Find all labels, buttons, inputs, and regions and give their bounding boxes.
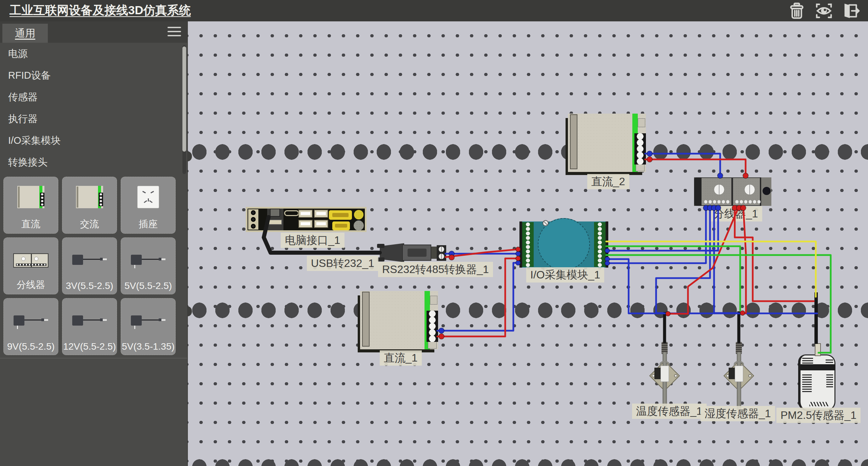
view-button[interactable]	[814, 1, 834, 21]
socket-thumbnail	[137, 186, 159, 208]
sidebar-item-power[interactable]: 电源	[0, 43, 187, 64]
palette-item-label: 插座	[121, 218, 175, 231]
device-pm25-sensor-1[interactable]	[798, 354, 835, 411]
exit-icon	[842, 2, 860, 20]
sidebar-divider	[0, 358, 187, 358]
device-splitter-1[interactable]	[694, 177, 771, 206]
menu-toggle-icon[interactable]	[167, 27, 181, 38]
device-dc-power-1[interactable]	[360, 291, 438, 349]
sidebar-tabstrip: 通用	[0, 21, 187, 43]
device-io-module-1[interactable]	[519, 221, 608, 268]
device-label: 直流_1	[380, 350, 422, 366]
dc-power-thumbnail	[17, 186, 44, 208]
trash-icon	[788, 2, 806, 20]
device-pc-interface-1[interactable]	[246, 207, 367, 232]
adapter-thumbnail	[130, 252, 167, 271]
device-label: I/O采集模块_1	[526, 267, 604, 283]
adapter-thumbnail	[12, 313, 50, 332]
sidebar-item-actuators[interactable]: 执行器	[0, 108, 187, 130]
palette-item-label: 12V(5.5-2.5)	[62, 341, 117, 352]
device-label: 直流_2	[587, 174, 629, 189]
ac-power-thumbnail	[76, 186, 103, 208]
palette-item-label: 分线器	[4, 278, 58, 291]
sidebar-scrollbar[interactable]	[182, 45, 186, 174]
eye-icon	[815, 2, 833, 20]
palette-item-dc[interactable]: 直流	[3, 177, 58, 234]
palette-item-socket[interactable]: 插座	[121, 177, 176, 234]
exit-button[interactable]	[841, 1, 861, 21]
device-rs232-rs485-converter-1[interactable]	[380, 243, 446, 262]
sidebar-item-adapters[interactable]: 转换接头	[0, 151, 187, 173]
palette-item-12v[interactable]: 12V(5.5-2.5)	[62, 298, 117, 355]
adapter-thumbnail	[71, 313, 108, 332]
app-title: 工业互联网设备及接线3D仿真系统	[9, 0, 191, 21]
device-label: 电脑接口_1	[281, 233, 344, 248]
simulation-canvas[interactable]: 直流_2 分线器_1 电脑接口_1 USB转232_1 RS232转485转换器…	[187, 21, 868, 466]
palette-item-label: 直流	[4, 218, 58, 231]
palette-item-label: 9V(5.5-2.5)	[4, 341, 58, 352]
wires-green[interactable]	[606, 246, 831, 353]
device-dc-power-2[interactable]	[568, 114, 646, 172]
device-humidity-sensor-1[interactable]	[721, 342, 756, 413]
palette-item-label: 5V(5.5-2.5)	[121, 280, 175, 291]
device-label: 湿度传感器_1	[701, 406, 775, 421]
palette-item-label: 3V(5.5-2.5)	[62, 280, 117, 291]
device-label: 温度传感器_1	[632, 404, 707, 419]
toolbar	[787, 1, 861, 21]
adapter-thumbnail	[130, 313, 167, 332]
app-window: 工业互联网设备及接线3D仿真系统	[0, 0, 868, 466]
palette-item-label: 5V(3.5-1.35)	[121, 341, 175, 352]
title-bar: 工业互联网设备及接线3D仿真系统	[0, 0, 868, 21]
palette-item-5v-2[interactable]: 5V(3.5-1.35)	[121, 298, 176, 355]
device-label: RS232转485转换器_1	[378, 262, 493, 277]
palette-item-9v[interactable]: 9V(5.5-2.5)	[3, 298, 58, 355]
sidebar-item-io-modules[interactable]: I/O采集模块	[0, 130, 187, 151]
palette-item-ac[interactable]: 交流	[62, 177, 117, 234]
device-label: USB转232_1	[307, 256, 378, 271]
sidebar: 通用 电源 RFID设备 传感器 执行器 I/O采集模块 转换接头 直流 交流	[0, 21, 187, 466]
wires-yellow[interactable]	[606, 241, 816, 297]
palette-item-5v[interactable]: 5V(5.5-2.5)	[121, 237, 176, 294]
tab-general-label: 通用	[15, 26, 35, 40]
adapter-thumbnail	[71, 252, 108, 271]
pegboard-hole-row	[188, 459, 868, 466]
device-temperature-sensor-1[interactable]	[647, 342, 682, 413]
splitter-thumbnail	[13, 253, 48, 268]
sidebar-menu: 电源 RFID设备 传感器 执行器 I/O采集模块 转换接头	[0, 43, 187, 173]
sidebar-item-sensors[interactable]: 传感器	[0, 86, 187, 108]
pegboard-hole-row	[188, 302, 868, 318]
device-palette: 直流 交流 插座 分线器 3V(5.5-2.5) 5V(5.5-2.5)	[3, 177, 184, 355]
sidebar-item-rfid[interactable]: RFID设备	[0, 64, 187, 86]
scrollbar-thumb[interactable]	[182, 46, 186, 152]
palette-item-3v[interactable]: 3V(5.5-2.5)	[62, 237, 117, 294]
tab-general[interactable]: 通用	[2, 24, 48, 43]
palette-item-splitter[interactable]: 分线器	[3, 237, 58, 294]
pegboard-hole-row	[188, 144, 868, 160]
device-label: PM2.5传感器_1	[776, 408, 861, 423]
delete-button[interactable]	[787, 1, 807, 21]
device-label: 分线器_1	[709, 206, 762, 221]
palette-item-label: 交流	[62, 218, 117, 231]
